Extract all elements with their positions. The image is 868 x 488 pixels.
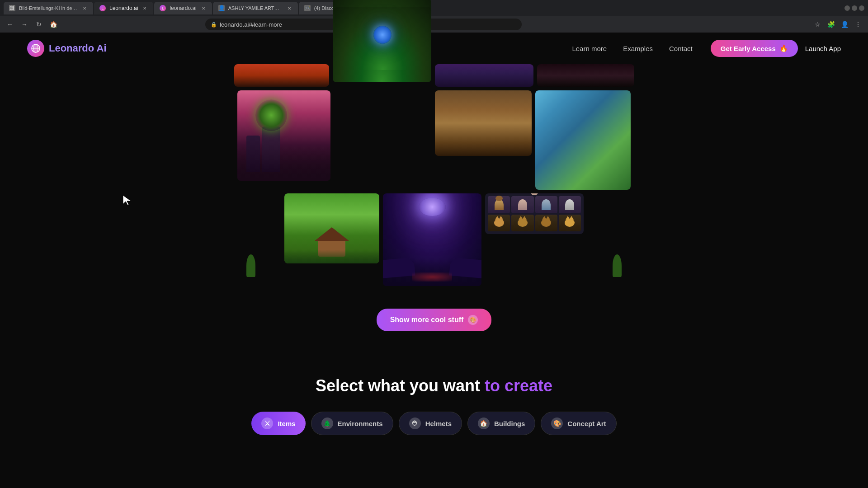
page: Leonardo Ai Learn more Examples Contact … — [0, 33, 868, 453]
tab-3-label: leonardo.ai — [170, 5, 196, 11]
tab-3[interactable]: L leonardo.ai ✕ — [154, 2, 212, 14]
tab-2[interactable]: L Leonardo.ai ✕ — [94, 2, 153, 14]
tab-bar: 🖼 Bild-Erstellungs-KI in der Übers... ✕ … — [0, 0, 868, 16]
gallery-item-green-island[interactable] — [284, 193, 379, 263]
sprite-2 — [511, 196, 533, 213]
gallery-item-stone-arch[interactable] — [435, 90, 532, 156]
environments-label: Environments — [338, 420, 383, 427]
tab-4-favicon: 👤 — [218, 5, 225, 11]
navbar: Leonardo Ai Learn more Examples Contact … — [0, 33, 868, 64]
browser-chrome: 🖼 Bild-Erstellungs-KI in der Übers... ✕ … — [0, 0, 868, 33]
toolbar-icons: ☆ 🧩 👤 ⋮ — [811, 18, 864, 31]
close-button[interactable] — [859, 5, 864, 11]
category-tab-items[interactable]: ⚔ Items — [251, 412, 305, 435]
sprite-7 — [535, 215, 557, 232]
early-access-label: Get Early Access — [721, 45, 776, 52]
tab-4-close[interactable]: ✕ — [286, 5, 292, 11]
tab-1-label: Bild-Erstellungs-KI in der Übers... — [19, 5, 78, 11]
gallery-row-3 — [237, 193, 631, 286]
minimize-button[interactable] — [844, 5, 850, 11]
tab-5-favicon: 🎮 — [304, 5, 311, 11]
tab-1-favicon: 🖼 — [9, 5, 15, 11]
reload-button[interactable]: ↻ — [33, 18, 45, 31]
lock-icon: 🔒 — [211, 22, 217, 28]
gallery-item-dark-mountain[interactable] — [537, 64, 634, 87]
select-section: Select what you want to create ⚔ Items 🌲… — [0, 367, 868, 453]
show-more-button[interactable]: Show more cool stuff 🎨 — [377, 309, 492, 331]
category-tab-environments[interactable]: 🌲 Environments — [311, 412, 393, 435]
environments-icon: 🌲 — [321, 418, 333, 429]
nav-contact[interactable]: Contact — [669, 45, 693, 52]
tab-3-favicon: L — [160, 5, 166, 11]
back-button[interactable]: ← — [4, 18, 16, 31]
tab-4[interactable]: 👤 ASHLY YAMILE ARTEAGA BLAN... ✕ — [213, 2, 298, 14]
gallery-item-fantasy-cottage[interactable] — [535, 90, 631, 190]
tab-4-label: ASHLY YAMILE ARTEAGA BLAN... — [228, 5, 283, 11]
sprite-5 — [488, 215, 510, 232]
helmets-icon: ⛑ — [409, 418, 421, 429]
gallery-item-steampunk[interactable] — [237, 90, 330, 181]
address-bar-row: ← → ↻ 🏠 🔒 leonardo.ai/#learn-more ☆ 🧩 👤 … — [0, 16, 868, 33]
home-button[interactable]: 🏠 — [47, 18, 60, 31]
window-controls — [844, 5, 864, 11]
profile-icon[interactable]: 👤 — [838, 18, 851, 31]
tab-2-label: Leonardo.ai — [109, 5, 138, 11]
show-more-section: Show more cool stuff 🎨 — [0, 309, 868, 331]
tab-2-close[interactable]: ✕ — [142, 5, 148, 11]
logo-icon — [27, 40, 44, 57]
logo[interactable]: Leonardo Ai — [27, 40, 107, 57]
category-tab-concept-art[interactable]: 🎨 Concept Art — [541, 412, 616, 435]
logo-text: Leonardo Ai — [49, 42, 107, 54]
select-title: Select what you want to create — [0, 376, 868, 395]
tab-1-close[interactable]: ✕ — [81, 5, 88, 11]
show-more-icon: 🎨 — [468, 315, 478, 325]
forward-button[interactable]: → — [18, 18, 31, 31]
nav-examples[interactable]: Examples — [623, 45, 653, 52]
gallery-item-red-desert[interactable] — [234, 64, 329, 87]
nav-links: Learn more Examples Contact — [572, 45, 692, 52]
gallery-item-purple-mist[interactable] — [435, 64, 533, 87]
category-tab-helmets[interactable]: ⛑ Helmets — [399, 412, 462, 435]
sprite-1 — [488, 196, 510, 213]
gallery-row-2 — [237, 90, 631, 190]
buildings-icon: 🏠 — [478, 418, 490, 429]
sprite-6 — [511, 215, 533, 232]
early-access-icon: 🔥 — [779, 44, 788, 52]
concept-art-icon: 🎨 — [551, 418, 563, 429]
sprite-8 — [559, 215, 581, 232]
nav-learn-more[interactable]: Learn more — [572, 45, 607, 52]
early-access-button[interactable]: Get Early Access 🔥 — [711, 40, 798, 57]
gallery-item-sprites[interactable] — [485, 193, 584, 234]
menu-icon[interactable]: ⋮ — [852, 18, 864, 31]
sprite-4 — [559, 196, 581, 213]
items-label: Items — [278, 420, 295, 427]
url-text: leonardo.ai/#learn-more — [220, 21, 282, 28]
gallery-section — [0, 64, 868, 286]
maximize-button[interactable] — [852, 5, 857, 11]
category-tab-buildings[interactable]: 🏠 Buildings — [467, 412, 535, 435]
gallery-row-1 — [237, 64, 631, 87]
sprite-3 — [535, 196, 557, 213]
tab-1[interactable]: 🖼 Bild-Erstellungs-KI in der Übers... ✕ — [4, 2, 93, 14]
tab-3-close[interactable]: ✕ — [200, 5, 207, 11]
category-tabs: ⚔ Items 🌲 Environments ⛑ Helmets 🏠 Build… — [0, 412, 868, 435]
tab-2-favicon: L — [99, 5, 106, 11]
gallery-wrapper — [237, 64, 631, 286]
extensions-icon[interactable]: 🧩 — [825, 18, 837, 31]
buildings-label: Buildings — [494, 420, 525, 427]
concept-art-label: Concept Art — [567, 420, 606, 427]
show-more-label: Show more cool stuff — [390, 316, 464, 324]
bookmark-icon[interactable]: ☆ — [811, 18, 824, 31]
items-icon: ⚔ — [261, 418, 273, 429]
gallery-item-space-cave[interactable] — [383, 193, 481, 286]
launch-app-button[interactable]: Launch App — [805, 45, 841, 52]
helmets-label: Helmets — [425, 420, 452, 427]
